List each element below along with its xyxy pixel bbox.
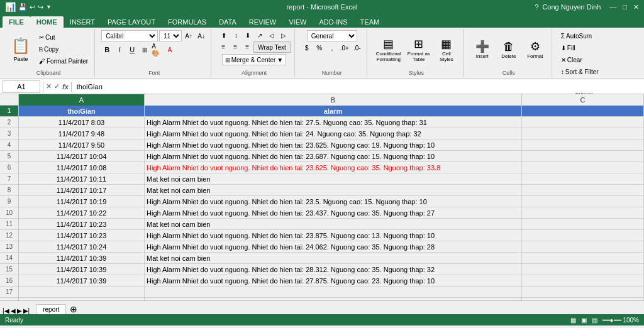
cell-b[interactable]: Mat ket noi cam bien — [145, 253, 522, 263]
tab-home[interactable]: HOME — [30, 16, 64, 28]
increase-decimal-button[interactable]: .0+ — [339, 43, 350, 53]
conditional-formatting-button[interactable]: ▤ ConditionalFormatting — [374, 32, 404, 67]
cell-c[interactable] — [522, 207, 644, 218]
paste-button[interactable]: 📋 Paste — [6, 32, 35, 67]
table-row[interactable]: 1511/4/2017 10:39High Alarm Nhiet do vuo… — [0, 264, 644, 275]
indent-decrease-button[interactable]: ◁ — [266, 30, 277, 40]
cell-reference-input[interactable] — [3, 80, 40, 93]
table-row[interactable]: 611/4/2017 10:08High Alarm Nhiet do vuot… — [0, 162, 644, 173]
cell-a[interactable] — [19, 287, 145, 297]
confirm-formula-icon[interactable]: ✓ — [54, 82, 60, 90]
align-left-button[interactable]: ≡ — [218, 41, 229, 52]
format-as-table-button[interactable]: ⊞ Format asTable — [405, 32, 433, 67]
cell-b[interactable]: High Alarm Nhiet do vuot nguong. Nhiet d… — [145, 139, 522, 150]
col-header-c[interactable]: C — [522, 94, 644, 106]
table-row[interactable]: 511/4/2017 10:04High Alarm Nhiet do vuot… — [0, 151, 644, 162]
format-button[interactable]: ⚙ Format — [523, 32, 548, 67]
indent-increase-button[interactable]: ▷ — [278, 30, 289, 40]
cell-a[interactable]: 11/4/2017 10:39 — [19, 253, 145, 263]
cut-button[interactable]: ✂ Cut — [36, 32, 91, 43]
autosum-button[interactable]: Σ AutoSum — [558, 30, 594, 41]
tab-file[interactable]: FILE — [3, 16, 30, 28]
tab-formulas[interactable]: FORMULAS — [162, 16, 213, 28]
cell-b[interactable]: High Alarm Nhiet do vuot nguong. Nhiet d… — [145, 241, 522, 252]
tab-team[interactable]: TEAM — [354, 16, 386, 28]
cell-b[interactable]: High Alarm Nhiet do vuot nguong. Nhiet d… — [145, 207, 522, 218]
cell-a[interactable] — [19, 298, 145, 300]
merge-center-button[interactable]: ⊞ Merge & Center ▼ — [222, 54, 287, 65]
cell-c[interactable] — [522, 230, 644, 241]
zoom-slider[interactable]: ━━●━━ 100% — [602, 317, 639, 324]
table-row[interactable]: 411/4/2017 9:50High Alarm Nhiet do vuot … — [0, 139, 644, 151]
cell-a[interactable]: 11/4/2017 10:19 — [19, 196, 145, 207]
sort-filter-button[interactable]: ↕ Sort & Filter — [558, 66, 601, 77]
cell-b[interactable]: High Alarm Nhiet do vuot nguong. Nhiet d… — [145, 196, 522, 207]
cell-b[interactable]: High Alarm Nhiet do vuot nguong. Nhiet d… — [145, 230, 522, 241]
table-row[interactable]: 711/4/2017 10:11Mat ket noi cam bien — [0, 173, 644, 185]
align-middle-button[interactable]: ↕ — [230, 30, 242, 40]
cell-c[interactable] — [522, 241, 644, 252]
currency-button[interactable]: $ — [301, 43, 313, 53]
cell-c[interactable] — [522, 117, 644, 128]
fill-button[interactable]: ⬇ Fill — [558, 42, 578, 53]
col-header-b[interactable]: B — [145, 94, 522, 106]
minimize-button[interactable]: — — [609, 3, 616, 11]
help-icon[interactable]: ? — [535, 3, 538, 11]
normal-view-icon[interactable]: ▦ — [570, 317, 576, 324]
cell-c[interactable] — [522, 106, 644, 116]
cell-a[interactable]: 11/4/2017 10:11 — [19, 173, 145, 184]
cell-a[interactable]: 11/4/2017 10:22 — [19, 207, 145, 218]
bold-button[interactable]: B — [101, 44, 113, 55]
tab-review[interactable]: REVIEW — [243, 16, 282, 28]
delete-button[interactable]: 🗑 Delete — [496, 32, 521, 67]
cell-b[interactable] — [145, 298, 522, 300]
table-row[interactable]: 1211/4/2017 10:23High Alarm Nhiet do vuo… — [0, 230, 644, 241]
clear-button[interactable]: ✕ Clear — [558, 54, 585, 65]
cell-a[interactable]: 11/4/2017 10:04 — [19, 151, 145, 161]
cell-b[interactable]: High Alarm Nhiet do vuot nguong. Nhiet d… — [145, 128, 522, 139]
cell-c[interactable] — [522, 185, 644, 195]
table-row[interactable]: 17 — [0, 287, 644, 298]
last-sheet-icon[interactable]: ▶| — [23, 307, 30, 314]
wrap-text-button[interactable]: Wrap Text — [253, 41, 291, 53]
cell-c[interactable] — [522, 151, 644, 161]
fill-color-button[interactable]: A🎨 — [152, 44, 163, 55]
cell-b[interactable]: Mat ket noi cam bien — [145, 173, 522, 184]
cell-c[interactable] — [522, 196, 644, 207]
formula-input[interactable] — [74, 80, 641, 93]
percent-button[interactable]: % — [314, 43, 325, 53]
page-break-view-icon[interactable]: ▤ — [592, 317, 597, 324]
cell-c[interactable] — [522, 298, 644, 300]
align-center-button[interactable]: ≡ — [230, 41, 241, 52]
cell-c[interactable] — [522, 287, 644, 297]
table-row[interactable]: 311/4/2017 9:48High Alarm Nhiet do vuot … — [0, 128, 644, 139]
align-top-button[interactable]: ⬆ — [218, 30, 230, 40]
table-row[interactable]: 1thoiGianalarm — [0, 106, 644, 117]
border-button[interactable]: ⊞ — [139, 44, 150, 55]
cell-c[interactable] — [522, 139, 644, 150]
page-layout-view-icon[interactable]: ▣ — [581, 317, 587, 324]
table-row[interactable]: 1111/4/2017 10:23Mat ket noi cam bien — [0, 219, 644, 230]
italic-button[interactable]: I — [114, 44, 125, 55]
cell-c[interactable] — [522, 275, 644, 286]
cell-a[interactable]: 11/4/2017 10:23 — [19, 230, 145, 241]
cell-styles-button[interactable]: ▦ CellStyles — [434, 32, 459, 67]
tab-view[interactable]: VIEW — [282, 16, 313, 28]
cell-b[interactable]: High Alarm Nhiet do vuot nguong. Nhiet d… — [145, 117, 522, 128]
cell-a[interactable]: 11/4/2017 10:08 — [19, 162, 145, 173]
prev-sheet-icon[interactable]: ◀ — [11, 307, 16, 314]
cell-a[interactable]: 11/4/2017 10:39 — [19, 275, 145, 286]
cell-c[interactable] — [522, 162, 644, 173]
cell-c[interactable] — [522, 173, 644, 184]
col-header-a[interactable]: A — [19, 94, 145, 106]
copy-button[interactable]: ⎘ Copy — [36, 44, 91, 55]
table-row[interactable]: 1611/4/2017 10:39High Alarm Nhiet do vuo… — [0, 275, 644, 287]
undo-icon[interactable]: ↩ — [30, 3, 35, 11]
cell-b[interactable] — [145, 287, 522, 297]
quick-save-icon[interactable]: 💾 — [18, 3, 27, 11]
cell-c[interactable] — [522, 253, 644, 263]
merge-dropdown-icon[interactable]: ▼ — [277, 57, 283, 63]
customize-qa-icon[interactable]: ▼ — [46, 4, 52, 10]
font-color-button[interactable]: A — [164, 44, 175, 55]
insert-button[interactable]: ➕ Insert — [470, 32, 495, 67]
